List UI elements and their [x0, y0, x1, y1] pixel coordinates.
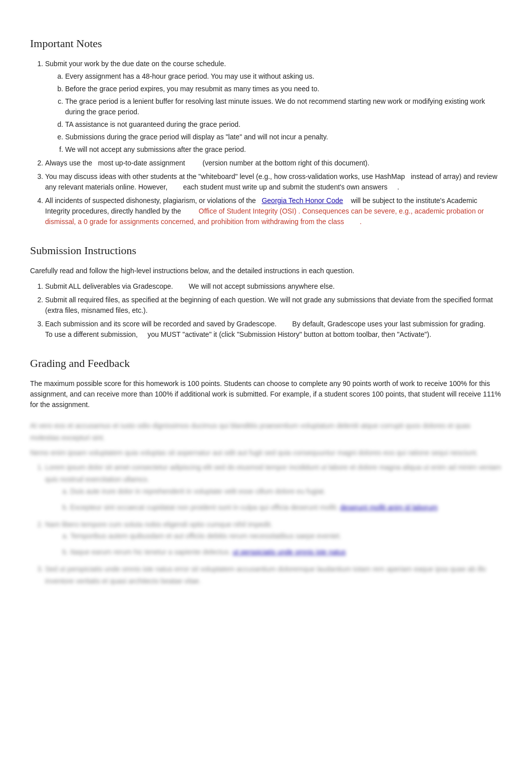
submission-item-3: Each submission and its score will be re…	[45, 319, 502, 340]
important-notes-heading: Important Notes	[30, 35, 502, 52]
list-item-3: You may discuss ideas with other student…	[45, 171, 502, 192]
blurred-link-2: ut perspiciatis unde omnis iste natus	[233, 548, 346, 556]
blurred-sub-1b: Excepteur sint occaecat cupidatat non pr…	[70, 502, 502, 514]
important-notes-list: Submit your work by the due date on the …	[45, 59, 502, 227]
sub-item-1b: Before the grace period expires, you may…	[65, 84, 502, 94]
blurred-line-2: Nemo enim ipsam voluptatem quia voluptas…	[30, 447, 502, 459]
sub-item-1a: Every assignment has a 48-hour grace per…	[65, 71, 502, 82]
list-item-4: All incidents of suspected dishonesty, p…	[45, 196, 502, 227]
important-notes-section: Important Notes Submit your work by the …	[30, 35, 502, 227]
grading-feedback-heading: Grading and Feedback	[30, 355, 502, 371]
list-item-1: Submit your work by the due date on the …	[45, 59, 502, 155]
submission-intro: Carefully read and follow the high-level…	[30, 266, 502, 276]
blurred-sub-list-1: Duis aute irure dolor in reprehenderit i…	[70, 486, 502, 514]
list-item-1-text: Submit your work by the due date on the …	[45, 60, 226, 68]
grading-feedback-section: Grading and Feedback The maximum possibl…	[30, 355, 502, 410]
blurred-sub-2a: Temporibus autem quibusdam et aut offici…	[70, 530, 502, 542]
sub-item-1c: The grace period is a lenient buffer for…	[65, 96, 502, 117]
blurred-sub-2b: Itaque earum rerum hic tenetur a sapient…	[70, 546, 502, 558]
blurred-line-1: At vero eos et accusamus et iusto odio d…	[30, 420, 502, 444]
list-item-2: Always use the most up-to-date assignmen…	[45, 158, 502, 168]
blurred-list: Lorem ipsum dolor sit amet consectetur a…	[45, 462, 502, 587]
sub-item-1d: TA assistance is not guaranteed during t…	[65, 119, 502, 130]
submission-item-1: Submit ALL deliverables via Gradescope. …	[45, 281, 502, 292]
blurred-item-3: Sed ut perspiciatis unde omnis iste natu…	[45, 563, 502, 588]
blurred-item-1: Lorem ipsum dolor sit amet consectetur a…	[45, 462, 502, 513]
blurred-content-section: At vero eos et accusamus et iusto odio d…	[30, 420, 502, 588]
blurred-sub-1a: Duis aute irure dolor in reprehenderit i…	[70, 486, 502, 498]
osi-link[interactable]: Office of Student Integrity (OSI)	[199, 207, 297, 215]
blurred-link: deserunt mollit anim id laborum	[340, 503, 438, 511]
submission-instructions-heading: Submission Instructions	[30, 242, 502, 259]
grading-feedback-text: The maximum possible score for this home…	[30, 378, 502, 410]
sub-item-1f: We will not accept any submissions after…	[65, 144, 502, 155]
honor-code-link[interactable]: Georgia Tech Honor Code	[261, 197, 343, 205]
sub-item-1e: Submissions during the grace period will…	[65, 132, 502, 142]
submission-list: Submit ALL deliverables via Gradescope. …	[45, 281, 502, 340]
submission-item-2: Submit all required files, as specified …	[45, 295, 502, 316]
sub-list-1: Every assignment has a 48-hour grace per…	[65, 71, 502, 155]
blurred-sub-list-2: Temporibus autem quibusdam et aut offici…	[70, 530, 502, 558]
submission-instructions-section: Submission Instructions Carefully read a…	[30, 242, 502, 340]
blurred-item-2: Nam libero tempore cum soluta nobis elig…	[45, 519, 502, 558]
